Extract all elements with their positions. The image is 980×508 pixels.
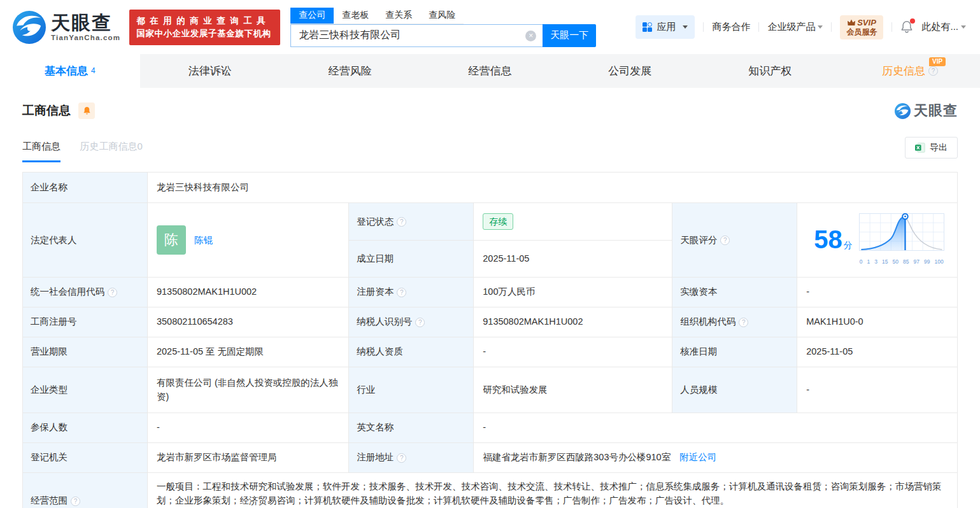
monitor-bell-button[interactable] [78, 102, 95, 119]
divider [758, 22, 759, 32]
tab-intellectual-property[interactable]: 知识产权 [700, 54, 840, 88]
help-icon[interactable]: ? [720, 236, 730, 245]
tianyancha-logo-icon [13, 11, 46, 44]
avatar[interactable]: 陈 [157, 225, 186, 255]
reg-authority-value: 龙岩市新罗区市场监督管理局 [147, 442, 348, 472]
notification-dot [910, 18, 915, 24]
english-name-value: - [474, 413, 958, 442]
tab-operation-risk[interactable]: 经营风险 [280, 54, 420, 88]
establish-date-label: 成立日期 [349, 240, 474, 277]
tab-label: 知识产权 [748, 64, 792, 78]
insured-count-value: - [147, 413, 348, 442]
crown-icon [848, 19, 855, 26]
company-name-value: 龙岩三快科技有限公司 [147, 173, 957, 203]
score-cell: 58分 [797, 203, 958, 278]
search-tabs: 查公司 查老板 查关系 查风险 [290, 8, 464, 24]
help-icon[interactable]: ? [397, 288, 406, 297]
tab-history-info[interactable]: 历史信息 VIP ? [840, 54, 980, 88]
top-header: 天眼查 TianYanCha.com 都在用的商业查询工具 国家中小企业发展子基… [0, 0, 980, 54]
tianyancha-logo-icon [895, 103, 911, 119]
search-tab-risk[interactable]: 查风险 [420, 8, 464, 24]
legal-rep-link[interactable]: 陈锟 [194, 233, 213, 247]
staff-size-label: 人员规模 [672, 367, 797, 413]
search-tab-boss[interactable]: 查老板 [334, 8, 377, 24]
excel-icon [915, 143, 925, 153]
help-icon[interactable]: ? [397, 217, 406, 227]
search-input[interactable] [290, 24, 543, 47]
help-icon[interactable]: ? [397, 453, 406, 463]
help-icon[interactable]: ? [108, 288, 117, 297]
table-row: 统一社会信用代码? 91350802MAK1H1U002 注册资本? 100万人… [23, 277, 958, 307]
subtab-business-info[interactable]: 工商信息 [22, 141, 60, 162]
help-icon[interactable]: ? [739, 318, 748, 327]
nearby-companies-link[interactable]: 附近公司 [679, 452, 716, 462]
reg-status-label: 登记状态? [349, 203, 474, 241]
table-row: 营业期限 2025-11-05 至 无固定期限 纳税人资质 - 核准日期 202… [23, 337, 958, 367]
score-value: 58 [814, 225, 842, 253]
chart-x-axis-ticks: 01 315 5085 9799 100 [859, 258, 944, 266]
table-row: 企业名称 龙岩三快科技有限公司 [23, 173, 958, 203]
reg-capital-value: 100万人民币 [474, 277, 672, 307]
establish-date-value: 2025-11-05 [474, 240, 672, 277]
main-content: 工商信息 天眼查 工商信息 历史工商信息0 [0, 101, 980, 508]
tab-operation-info[interactable]: 经营信息 [420, 54, 560, 88]
business-term-value: 2025-11-05 至 无固定期限 [147, 337, 348, 367]
approval-date-value: 2025-11-05 [797, 337, 958, 367]
help-icon[interactable]: ? [415, 318, 425, 327]
tab-legal-proceedings[interactable]: 法律诉讼 [140, 54, 280, 88]
search-tab-relation[interactable]: 查关系 [377, 8, 420, 24]
reg-number-value: 350802110654283 [147, 307, 348, 337]
brand-domain: TianYanCha.com [51, 34, 120, 41]
tab-basic-info[interactable]: 基本信息 4 [0, 54, 140, 88]
enterprise-products-link[interactable]: 企业级产品 [767, 21, 823, 33]
clear-icon[interactable]: × [525, 31, 536, 41]
slogan-line-2: 国家中小企业发展子基金旗下机构 [136, 27, 273, 40]
tab-label: 公司发展 [608, 64, 651, 78]
industry-value: 研究和试验发展 [474, 367, 672, 413]
tianyancha-logo[interactable]: 天眼查 TianYanCha.com [13, 11, 120, 44]
subtab-history-business-info[interactable]: 历史工商信息0 [80, 141, 142, 160]
chevron-down-icon [683, 25, 688, 29]
apps-grid-icon [643, 22, 652, 32]
subtabs: 工商信息 历史工商信息0 [22, 141, 143, 162]
company-type-value: 有限责任公司 (非自然人投资或控股的法人独资) [147, 367, 348, 413]
reg-number-label: 工商注册号 [23, 307, 148, 337]
search-button[interactable]: 天眼一下 [543, 24, 596, 47]
score-label: 天眼评分? [672, 203, 797, 278]
export-label: 导出 [930, 142, 948, 153]
divider [831, 22, 832, 32]
vip-badge: VIP [929, 57, 946, 66]
staff-size-value: - [797, 367, 958, 413]
notifications-bell[interactable] [900, 20, 913, 34]
tab-label: 经营风险 [329, 64, 372, 78]
company-detail-nav: 基本信息 4 法律诉讼 经营风险 经营信息 公司发展 知识产权 历史信息 VIP… [0, 54, 980, 88]
apps-menu[interactable]: 应用 [636, 15, 695, 39]
reg-capital-label: 注册资本? [349, 277, 474, 307]
table-row: 参保人数 - 英文名称 - [23, 413, 958, 442]
score-distribution-chart: 01 315 5085 9799 100 [859, 213, 944, 267]
slogan-line-1: 都在用的商业查询工具 [136, 15, 273, 27]
help-icon[interactable]: ? [928, 66, 938, 76]
tab-label: 法律诉讼 [188, 64, 232, 78]
table-row: 企业类型 有限责任公司 (非自然人投资或控股的法人独资) 行业 研究和试验发展 … [23, 367, 958, 413]
tab-company-development[interactable]: 公司发展 [560, 54, 700, 88]
more-menu[interactable]: 此处有... [921, 21, 966, 33]
svip-sublabel: 会员服务 [846, 27, 877, 37]
taxpayer-quality-value: - [474, 337, 672, 367]
table-row: 法定代表人 陈 陈锟 登记状态? 存续 天眼评分? [23, 203, 958, 241]
org-code-value: MAK1H1U0-0 [797, 307, 958, 337]
reg-authority-label: 登记机关 [23, 442, 148, 472]
help-icon[interactable]: ? [71, 497, 80, 506]
search-tab-company[interactable]: 查公司 [290, 8, 334, 24]
paid-capital-label: 实缴资本 [672, 277, 797, 307]
business-term-label: 营业期限 [23, 337, 148, 367]
export-button[interactable]: 导出 [905, 137, 958, 159]
biz-cooperation-link[interactable]: 商务合作 [712, 21, 750, 33]
brand-name: 天眼查 [51, 13, 120, 33]
taxpayer-id-value: 91350802MAK1H1U002 [474, 307, 672, 337]
table-row: 工商注册号 350802110654283 纳税人识别号? 91350802MA… [23, 307, 958, 337]
reg-address-label: 注册地址? [349, 442, 474, 472]
svip-badge[interactable]: SVIP 会员服务 [840, 15, 883, 39]
tab-label: 经营信息 [469, 64, 512, 78]
bell-icon [83, 106, 91, 115]
